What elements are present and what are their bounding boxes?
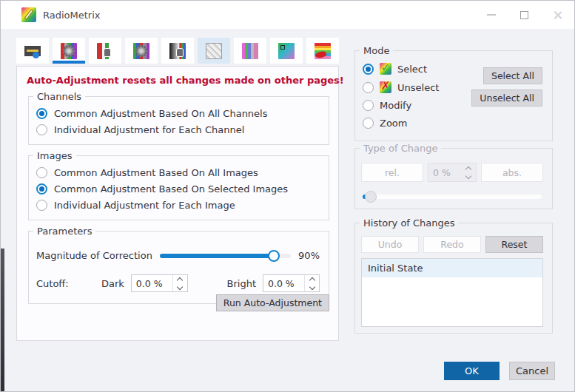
change-amount-spin-buttons[interactable] bbox=[461, 163, 476, 181]
tab-5[interactable] bbox=[161, 38, 194, 64]
minimize-icon bbox=[487, 14, 496, 16]
history-list-item[interactable]: Initial State bbox=[362, 259, 542, 277]
type-of-change-group: Type of Change rel. 0 % abs. bbox=[354, 143, 553, 209]
tab-6[interactable] bbox=[198, 38, 230, 64]
magnitude-row: Magnitude of Correction 90% bbox=[36, 250, 320, 261]
slider-thumb[interactable] bbox=[268, 250, 280, 262]
absolute-button[interactable]: abs. bbox=[481, 163, 543, 182]
undo-button[interactable]: Undo bbox=[361, 236, 419, 253]
redo-button[interactable]: Redo bbox=[423, 236, 481, 253]
radio-button-selected-icon[interactable] bbox=[36, 108, 47, 119]
tab-1[interactable] bbox=[16, 38, 49, 64]
cutoff-row: Cutoff: Dark 0.0 % Bright 0.0 % bbox=[36, 274, 320, 292]
mode-group: Mode ✓ Select ✗ Unselect Modify Zoom Sel… bbox=[354, 45, 553, 141]
radio-button-icon[interactable] bbox=[363, 118, 374, 129]
red-curve-icon bbox=[315, 50, 326, 58]
close-button[interactable] bbox=[541, 1, 574, 29]
cutoff-label: Cutoff: bbox=[36, 278, 101, 289]
minimize-button[interactable] bbox=[474, 1, 508, 29]
dark-cutoff-value[interactable]: 0.0 % bbox=[132, 275, 172, 291]
radio-label: Individual Adjustment for Each Channel bbox=[54, 124, 244, 135]
mode-zoom-label: Zoom bbox=[380, 118, 407, 129]
background-window-edge bbox=[1, 249, 4, 392]
radio-label: Individual Adjustment for Each Image bbox=[54, 200, 235, 211]
radio-button-icon[interactable] bbox=[36, 167, 47, 178]
history-list[interactable]: Initial State bbox=[361, 258, 543, 327]
radio-individual-each-channel[interactable]: Individual Adjustment for Each Channel bbox=[33, 121, 321, 138]
color-stripes-icon bbox=[242, 43, 258, 59]
parameters-group-label: Parameters bbox=[33, 226, 95, 237]
spin-up-icon[interactable] bbox=[309, 277, 315, 283]
radio-button-icon[interactable] bbox=[36, 124, 47, 135]
mode-unselect-label: Unselect bbox=[397, 82, 439, 93]
change-amount-spinbox[interactable]: 0 % bbox=[428, 163, 477, 182]
radio-individual-each-image[interactable]: Individual Adjustment for Each Image bbox=[33, 197, 321, 213]
dark-label: Dark bbox=[101, 278, 124, 289]
select-all-button[interactable]: Select All bbox=[483, 67, 542, 84]
dark-cutoff-group: Dark 0.0 % bbox=[101, 274, 188, 292]
radio-button-icon[interactable] bbox=[36, 200, 47, 211]
radio-label: Common Adjustment Based On Selected Imag… bbox=[54, 183, 288, 195]
gradient-square-icon bbox=[278, 43, 295, 59]
radio-common-all-images[interactable]: Common Adjustment Based On All Images bbox=[33, 164, 321, 180]
parameters-group: Parameters Magnitude of Correction 90% C… bbox=[28, 226, 329, 304]
magnitude-slider[interactable] bbox=[160, 254, 291, 258]
app-logo-icon bbox=[21, 7, 36, 22]
mode-group-label: Mode bbox=[360, 45, 393, 56]
color-bands-icon bbox=[315, 43, 331, 59]
spin-down-icon[interactable] bbox=[309, 283, 315, 289]
slider-thumb[interactable] bbox=[365, 191, 377, 203]
relative-button[interactable]: rel. bbox=[361, 163, 423, 182]
channels-group-label: Channels bbox=[33, 91, 85, 102]
mode-select-label: Select bbox=[397, 64, 427, 75]
radio-common-all-channels[interactable]: Common Adjustment Based On All Channels bbox=[33, 105, 321, 121]
projector-icon bbox=[24, 43, 41, 59]
bright-cutoff-value[interactable]: 0.0 % bbox=[263, 275, 304, 291]
radio-button-icon[interactable] bbox=[363, 100, 374, 111]
cancel-button[interactable]: Cancel bbox=[509, 362, 555, 380]
bright-cutoff-spinbox[interactable]: 0.0 % bbox=[263, 274, 320, 292]
ok-button[interactable]: OK bbox=[444, 362, 500, 380]
gear-icon bbox=[63, 45, 75, 57]
radio-mode-zoom[interactable]: Zoom bbox=[361, 114, 545, 132]
square-outline-icon bbox=[280, 45, 285, 50]
tab-9[interactable] bbox=[306, 38, 339, 64]
spin-down-icon[interactable] bbox=[465, 172, 471, 178]
spin-up-icon[interactable] bbox=[177, 277, 183, 283]
images-group-label: Images bbox=[33, 150, 76, 161]
radio-label: Common Adjustment Based On All Channels bbox=[54, 108, 268, 119]
spin-up-icon[interactable] bbox=[465, 166, 471, 172]
change-amount-slider[interactable] bbox=[363, 195, 542, 199]
hand-rgb-icon bbox=[97, 43, 113, 59]
titlebar: RadioMetrix bbox=[1, 1, 574, 29]
history-group: History of Changes Undo Redo Reset Initi… bbox=[354, 217, 553, 334]
tab-7[interactable] bbox=[234, 38, 266, 64]
tab-3[interactable] bbox=[89, 38, 121, 64]
radio-common-selected-images[interactable]: Common Adjustment Based On Selected Imag… bbox=[33, 180, 321, 197]
dark-cutoff-spinbox[interactable]: 0.0 % bbox=[131, 274, 188, 292]
dark-cutoff-spin-buttons[interactable] bbox=[172, 275, 187, 291]
reset-button[interactable]: Reset bbox=[485, 236, 543, 253]
gear-rgb2-icon bbox=[133, 43, 149, 59]
radio-button-selected-icon[interactable] bbox=[36, 183, 47, 195]
bright-cutoff-spin-buttons[interactable] bbox=[304, 275, 319, 291]
gear-icon bbox=[135, 45, 147, 57]
tab-8[interactable] bbox=[270, 38, 303, 64]
unselect-all-button[interactable]: Unselect All bbox=[471, 89, 542, 107]
spin-down-icon[interactable] bbox=[177, 283, 183, 289]
radio-button-icon[interactable] bbox=[363, 82, 374, 93]
projector-icon-dot bbox=[33, 52, 39, 58]
hand-icon bbox=[104, 48, 111, 57]
maximize-icon bbox=[520, 11, 528, 19]
run-auto-adjustment-button[interactable]: Run Auto-Adjustment bbox=[216, 294, 329, 311]
tab-2-active[interactable] bbox=[53, 38, 85, 64]
type-of-change-group-label: Type of Change bbox=[360, 143, 441, 154]
radio-button-selected-icon[interactable] bbox=[363, 64, 374, 75]
history-buttons: Undo Redo Reset bbox=[361, 236, 543, 253]
window-controls bbox=[474, 1, 574, 29]
tab-4[interactable] bbox=[125, 38, 158, 64]
change-amount-value[interactable]: 0 % bbox=[428, 163, 461, 181]
pencil-icon bbox=[24, 9, 33, 19]
maximize-button[interactable] bbox=[508, 1, 541, 29]
warning-text: Auto-Adjustment resets all changes made … bbox=[27, 75, 328, 86]
